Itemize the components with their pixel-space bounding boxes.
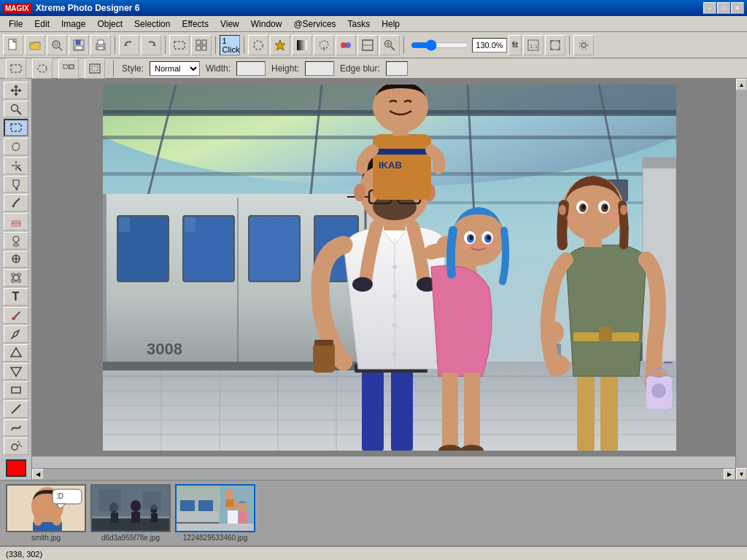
app-title: Xtreme Photo Designer 6 — [36, 3, 140, 13]
ellipse-select-mode-btn[interactable] — [32, 58, 53, 79]
svg-text:3008: 3008 — [147, 340, 182, 358]
zoom-btn[interactable] — [47, 35, 67, 55]
style-select[interactable]: Normal Add Subtract Intersect — [150, 61, 200, 76]
lasso-tool[interactable] — [4, 138, 28, 155]
select-grid-button[interactable] — [191, 35, 212, 55]
filmstrip-item-2[interactable]: d6d3a955f78e.jpg — [90, 484, 171, 542]
close-button[interactable]: ✕ — [731, 2, 744, 14]
zoom-tool[interactable] — [4, 101, 28, 118]
color-replace-button[interactable] — [336, 35, 356, 55]
menu-selection[interactable]: Selection — [128, 18, 176, 31]
svg-point-3 — [55, 43, 58, 46]
redo-button[interactable] — [141, 35, 161, 55]
lasso-button[interactable] — [314, 35, 334, 55]
menu-file[interactable]: File — [3, 18, 28, 31]
actual-size-button[interactable]: 1:1 — [523, 35, 543, 55]
menu-services[interactable]: @Services — [287, 18, 341, 31]
save-button[interactable] — [69, 35, 89, 55]
paint-bucket-tool[interactable] — [4, 176, 28, 193]
zoom-input[interactable] — [472, 38, 507, 52]
effects-button[interactable] — [270, 35, 290, 55]
select-mode3-btn[interactable] — [58, 58, 79, 79]
zoom-slider[interactable] — [411, 41, 469, 50]
scroll-bottom[interactable]: ◀ ▶ — [32, 468, 735, 480]
svg-rect-171 — [600, 376, 618, 451]
height-input[interactable]: 80 — [305, 61, 334, 76]
search2-button[interactable] — [379, 35, 400, 55]
menu-window[interactable]: Window — [245, 18, 288, 31]
svg-point-180 — [562, 176, 624, 241]
menu-view[interactable]: View — [214, 18, 245, 31]
film-thumb-3[interactable] — [175, 484, 255, 532]
film-thumb-1[interactable]: :D — [6, 484, 86, 532]
scroll-track-h[interactable] — [44, 469, 724, 480]
text-tool[interactable]: T — [4, 288, 28, 306]
transform-tool[interactable] — [4, 269, 28, 287]
undo-button[interactable] — [119, 35, 139, 55]
filmstrip-item-1[interactable]: :D smith.jpg — [6, 484, 86, 542]
separator5 — [403, 36, 404, 54]
menu-effects[interactable]: Effects — [176, 18, 214, 31]
svg-rect-45 — [11, 124, 21, 131]
settings-button[interactable] — [573, 35, 594, 55]
svg-point-72 — [12, 444, 18, 450]
magic-wand-tool[interactable] — [4, 157, 28, 174]
open-button[interactable] — [25, 35, 45, 55]
svg-text::D: :D — [56, 492, 63, 500]
curve-tool[interactable] — [4, 419, 28, 437]
pen-tool[interactable] — [4, 325, 28, 343]
select-rect-button[interactable] — [169, 35, 190, 55]
film-thumb-2[interactable] — [90, 484, 171, 532]
spray-tool[interactable] — [4, 438, 28, 455]
one-click-button[interactable]: 1 Click — [220, 35, 240, 55]
distort-button[interactable] — [357, 35, 378, 55]
width-input[interactable]: 80 — [236, 61, 266, 76]
scroll-up-arrow[interactable]: ▲ — [736, 79, 747, 90]
eraser-tool[interactable] — [4, 213, 28, 230]
svg-point-177 — [651, 384, 666, 398]
scroll-left-arrow[interactable]: ◀ — [32, 469, 44, 480]
new-button[interactable] — [3, 35, 23, 55]
svg-rect-220 — [239, 512, 247, 525]
scroll-down-arrow[interactable]: ▼ — [736, 468, 747, 480]
svg-rect-105 — [119, 217, 130, 232]
shape-tool[interactable] — [4, 344, 28, 362]
menu-edit[interactable]: Edit — [28, 18, 55, 31]
svg-point-150 — [352, 277, 373, 292]
separator1 — [115, 36, 115, 54]
menu-object[interactable]: Object — [91, 18, 128, 31]
rect-select-tool[interactable] — [4, 119, 28, 136]
separator6 — [569, 36, 570, 54]
shape-tool2[interactable] — [4, 363, 28, 381]
scroll-track-v[interactable] — [736, 90, 747, 468]
print-button[interactable] — [90, 35, 111, 55]
fullscreen-button[interactable] — [545, 35, 565, 55]
menu-help[interactable]: Help — [376, 18, 406, 31]
canvas-area[interactable]: 3008 — [32, 79, 747, 456]
brush-tool[interactable] — [4, 194, 28, 211]
minimize-button[interactable]: − — [703, 2, 716, 14]
color-swatch[interactable] — [6, 459, 26, 477]
svg-line-44 — [18, 111, 21, 114]
menu-tasks[interactable]: Tasks — [342, 18, 376, 31]
svg-rect-70 — [12, 387, 20, 393]
clone-tool[interactable] — [4, 232, 28, 249]
scroll-right-arrow[interactable]: ▶ — [724, 469, 735, 480]
circle-select-button[interactable] — [248, 35, 268, 55]
heal-tool[interactable] — [4, 251, 28, 268]
svg-point-55 — [13, 236, 19, 242]
maximize-button[interactable]: □ — [717, 2, 730, 14]
rect-draw-tool[interactable] — [4, 381, 28, 399]
scroll-right[interactable]: ▲ ▼ — [735, 79, 747, 480]
menu-image[interactable]: Image — [55, 18, 91, 31]
edge-blur-input[interactable]: 0 — [386, 61, 408, 76]
move-tool[interactable] — [4, 82, 28, 99]
eyedropper-tool[interactable] — [4, 307, 28, 324]
rect-select-mode-btn[interactable] — [6, 58, 26, 79]
fit-button[interactable]: fit — [508, 35, 522, 55]
select-mode4-btn[interactable] — [85, 58, 105, 79]
filmstrip-item-3[interactable]: 1224829533460.jpg — [175, 484, 255, 542]
line-tool[interactable] — [4, 400, 28, 418]
tone-button[interactable] — [292, 35, 312, 55]
svg-rect-126 — [643, 158, 676, 168]
